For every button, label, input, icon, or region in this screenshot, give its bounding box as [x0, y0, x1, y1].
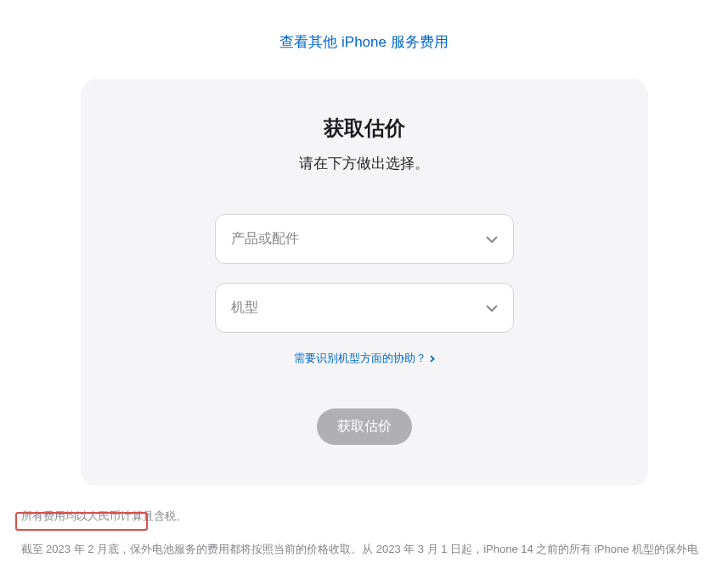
- footer-line-2: 截至 2023 年 2 月底，保外电池服务的费用都将按照当前的价格收取。从 20…: [21, 539, 708, 563]
- model-select-placeholder: 机型: [231, 299, 258, 317]
- card-title: 获取估价: [81, 115, 648, 142]
- card-subtitle: 请在下方做出选择。: [81, 154, 648, 173]
- model-select[interactable]: 机型: [215, 283, 514, 333]
- help-link-row: 需要识别机型方面的协助？: [81, 350, 648, 366]
- estimate-card: 获取估价 请在下方做出选择。 产品或配件 机型 需要识别机型方面的协助？ 获取估…: [81, 79, 648, 486]
- help-link-label: 需要识别机型方面的协助？: [294, 351, 426, 366]
- other-services-link-row: 查看其他 iPhone 服务费用: [0, 0, 728, 79]
- chevron-down-icon: [486, 236, 498, 243]
- product-select-placeholder: 产品或配件: [231, 230, 299, 248]
- get-estimate-button[interactable]: 获取估价: [317, 408, 412, 445]
- chevron-right-icon: [430, 352, 435, 365]
- identify-model-help-link[interactable]: 需要识别机型方面的协助？: [294, 351, 435, 366]
- other-services-link[interactable]: 查看其他 iPhone 服务费用: [279, 34, 448, 50]
- footer-text: 所有费用均以人民币计算且含税。 截至 2023 年 2 月底，保外电池服务的费用…: [16, 506, 713, 563]
- footer-line-2-part1: 截至 2023 年 2 月底，保外电池服务的费用都将按照当前的价格收取。从 20…: [21, 543, 699, 563]
- chevron-down-icon: [486, 305, 498, 312]
- product-select[interactable]: 产品或配件: [215, 214, 514, 264]
- footer-line-1: 所有费用均以人民币计算且含税。: [21, 506, 708, 526]
